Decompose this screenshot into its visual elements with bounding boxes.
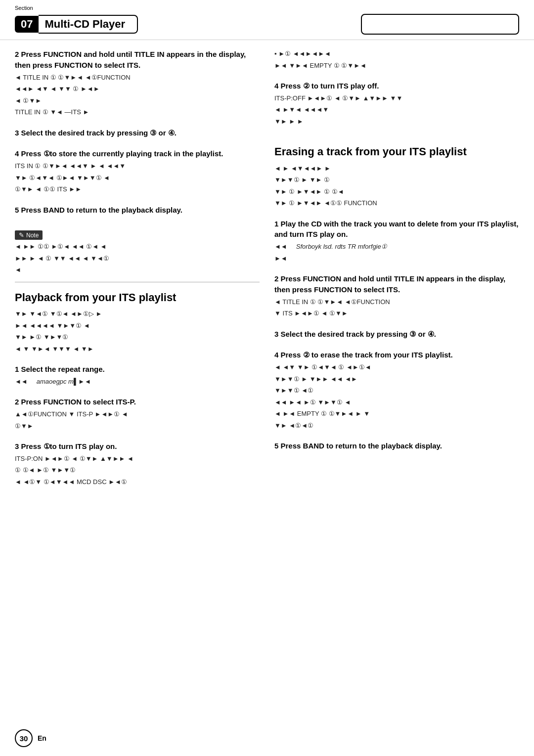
- erase-sym1: ◄ ► ◄▼◄◄► ►: [274, 164, 519, 174]
- pb-step3-sym2: ① ①◄ ►① ▼►▼①: [15, 465, 260, 475]
- step3-heading: 3 Select the desired track by pressing ③…: [15, 128, 260, 138]
- pb-step3-sym1: ITS-P:ON ►◄►① ◄ ①▼► ▲▼►► ◄: [15, 454, 260, 464]
- playback-sym1: ▼► ▼◄① ▼①◄ ◄►①▷ ►: [15, 309, 260, 319]
- step5-heading: 5 Press BAND to return to the playback d…: [15, 205, 260, 216]
- erase-step4-heading: 4 Press ② to erase the track from your I…: [274, 350, 519, 360]
- erase-step1-sym1: ◄◄ Sforboyk lsd. rdts TR mforfgie①: [274, 242, 519, 252]
- step4-heading: 4 Press ①to store the currently playing …: [15, 148, 260, 159]
- note-label: ✎ Note: [15, 230, 43, 240]
- left-column: 2 Press FUNCTION and hold until TITLE IN…: [15, 49, 260, 489]
- playback-heading: Playback from your ITS playlist: [15, 291, 260, 304]
- note-sym3: ◄: [15, 265, 260, 275]
- step4-right-heading: 4 Press ② to turn ITS play off.: [274, 81, 519, 91]
- page: Section 07 Multi-CD Player 2 Press FUNCT…: [0, 0, 534, 756]
- step2-heading: 2 Press FUNCTION and hold until TITLE IN…: [15, 49, 260, 71]
- erase-step4-sym5: ◄ ►◄ EMPTY ① ①▼►◄ ► ▼: [274, 409, 519, 419]
- right-column: ▪ ►① ◄◄►◄►◄ ►◄ ▼►◄ EMPTY ① ①▼►◄ 4 Press …: [274, 49, 519, 489]
- pb-step2-heading: 2 Press FUNCTION to select ITS-P.: [15, 397, 260, 407]
- step4-right-sym1: ITS-P:OFF ►◄►① ◄ ①▼► ▲▼►► ▼▼: [274, 93, 519, 103]
- erase-step4-sym4: ◄◄ ►◄ ►① ▼►▼① ◄: [274, 398, 519, 407]
- right-sym2: ►◄ ▼►◄ EMPTY ① ①▼►◄: [274, 61, 519, 71]
- erase-step1-sym3: ►◄: [274, 254, 519, 264]
- erase-sym3: ▼► ① ►▼◄► ① ①◄: [274, 187, 519, 197]
- playback-sym4: ◄ ▼ ▼►◄ ▼▼▼ ◄ ▼►: [15, 344, 260, 354]
- pb-step3-sym3: ◄ ◄①▼ ①◄▼◄◄ MCD DSC ►◄①: [15, 477, 260, 487]
- erase-sym4: ▼► ① ►▼◄► ◄①① FUNCTION: [274, 198, 519, 208]
- step4-right-sym3: ▼► ► ►: [274, 117, 519, 127]
- note-sym1: ◄ ►► ①① ►①◄ ◄◄ ①◄ ◄: [15, 242, 260, 252]
- playback-sym2: ►◄ ◄◄◄◄ ▼►▼① ◄: [15, 321, 260, 331]
- step2-sym3: ◄ ①▼►: [15, 96, 260, 106]
- right-sym1: ▪ ►① ◄◄►◄►◄: [274, 49, 519, 59]
- erase-step2-sym1: ◄ TITLE IN ① ①▼►◄ ◄①FUNCTION: [274, 297, 519, 307]
- pb-step1-sym1: ◄◄ amaoegpc m▌►◄: [15, 377, 260, 387]
- step4-right-sym2: ◄ ►▼◄ ◄◄◄▼: [274, 105, 519, 115]
- pb-step3-heading: 3 Press ①to turn ITS play on.: [15, 441, 260, 452]
- main-content: 2 Press FUNCTION and hold until TITLE IN…: [0, 40, 534, 493]
- erase-step4-sym3: ▼►▼① ◄①: [274, 386, 519, 396]
- erase-step4-sym1: ◄ ◄▼ ▼► ①◄▼◄ ① ◄►①◄: [274, 362, 519, 372]
- pb-step1-sym2: amaoegpc m▌►◄: [37, 378, 91, 385]
- erase-heading: Erasing a track from your ITS playlist: [274, 145, 519, 158]
- erase-step5-heading: 5 Press BAND to return to the playback d…: [274, 441, 519, 451]
- step4-sym2: ▼► ①◄▼◄ ①►◄ ▼►▼① ◄: [15, 173, 260, 183]
- section-title: Multi-CD Player: [39, 15, 138, 34]
- step2-sym4: TITLE IN ① ▼◄ —ITS ►: [15, 107, 260, 117]
- erase-step3-heading: 3 Select the desired track by pressing ③…: [274, 329, 519, 340]
- header-right-box: [361, 14, 519, 35]
- playback-sym3: ▼► ►① ▼►▼①: [15, 332, 260, 342]
- erase-step1-heading: 1 Play the CD with the track you want to…: [274, 219, 519, 240]
- erase-step1-sym2-text: Sforboyk lsd. rdts TR mforfgie①: [296, 243, 387, 250]
- erase-step4-sym6: ▼► ◄①◄①: [274, 421, 519, 431]
- pb-step2-sym2: ①▼►: [15, 421, 260, 431]
- erase-sym2: ▼►▼① ► ▼► ①: [274, 175, 519, 185]
- language-label: En: [38, 734, 46, 742]
- step4-sym3: ①▼► ◄ ①① ITS ►►: [15, 184, 260, 194]
- section-label: Section: [15, 5, 33, 11]
- step4-sym1: ITS IN ① ①▼►◄ ◄◄▼ ► ◄ ◄◄▼: [15, 161, 260, 171]
- pb-step2-sym1: ▲◄①FUNCTION ▼ ITS-P ►◄►① ◄: [15, 409, 260, 419]
- pb-step1-heading: 1 Select the repeat range.: [15, 364, 260, 375]
- erase-step2-sym2: ▼ ITS ►◄►① ◄ ①▼►: [274, 309, 519, 318]
- note-box: ✎ Note ◄ ►► ①① ►①◄ ◄◄ ①◄ ◄ ►► ► ◄ ① ▼▼ ◄…: [15, 230, 260, 275]
- page-header: Section 07 Multi-CD Player: [0, 0, 534, 40]
- section-number: 07: [15, 16, 39, 33]
- divider: [15, 282, 260, 282]
- step2-sym1: ◄ TITLE IN ① ①▼►◄ ◄①FUNCTION: [15, 73, 260, 83]
- page-footer: 30 En: [15, 729, 46, 747]
- step2-sym2: ◄◄► ◄▼ ◄ ▼▼ ① ►◄►: [15, 84, 260, 94]
- erase-step4-sym2: ▼►▼① ► ▼►► ◄◄ ◄►: [274, 374, 519, 384]
- note-sym2: ►► ► ◄ ① ▼▼ ◄◄ ◄ ▼◄①: [15, 254, 260, 264]
- page-number: 30: [15, 729, 33, 747]
- erase-step2-heading: 2 Press FUNCTION and hold until TITLE IN…: [274, 273, 519, 295]
